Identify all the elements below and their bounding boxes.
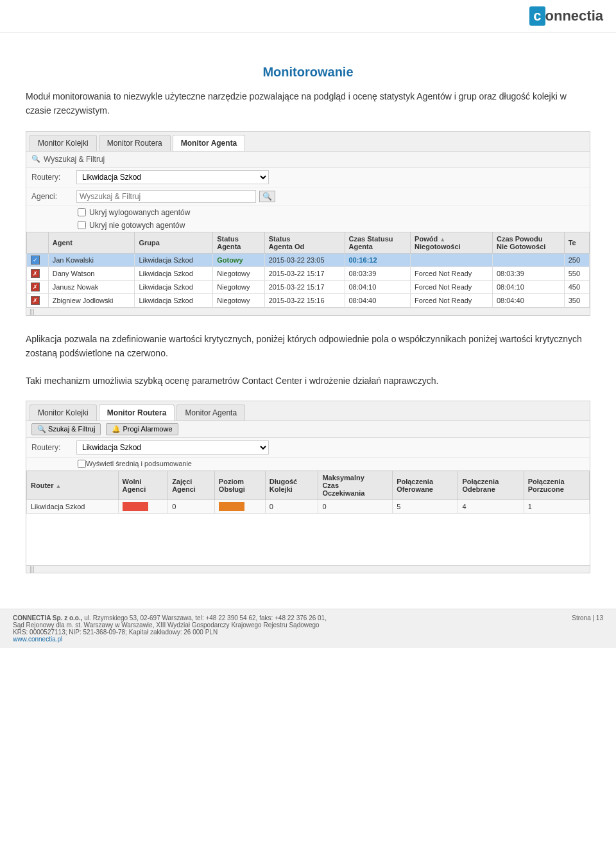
rth-dlugosc: DługośćKolejki (265, 471, 318, 500)
footer-website-link[interactable]: www.connectia.pl (13, 636, 62, 643)
hide-loggedout-checkbox[interactable] (78, 208, 86, 216)
te-cell: 450 (564, 280, 589, 293)
czas-statusu-cell: 00:16:12 (345, 253, 411, 266)
hide-notready-checkbox[interactable] (78, 221, 86, 229)
agent-name-cell: Dany Watson (48, 266, 135, 280)
footer-registration: KRS: 0000527113; NIP: 521-368-09-78; Kap… (13, 629, 572, 636)
status-od-cell: 2015-03-22 15:17 (264, 266, 345, 280)
szukaj-filtruj-button[interactable]: 🔍 Szukaj & Filtruj (31, 423, 101, 435)
powod-cell: Forced Not Ready (411, 280, 493, 293)
rth-porzucone: PołączeniaPorzucone (524, 471, 589, 500)
panel2-filter-bar: 🔍 Szukaj & Filtruj 🔔 Progi Alarmowe (26, 421, 590, 438)
th-powod: Powód ▲Niegotowości (411, 232, 493, 253)
powod-cell: Forced Not Ready (411, 293, 493, 307)
powod-cell: Forced Not Ready (411, 266, 493, 280)
oferowane-cell: 5 (393, 500, 458, 513)
router-name-cell: Likwidacja Szkod (27, 500, 119, 513)
wyswietl-label: Wyświetl średnią i podsumowanie (86, 460, 192, 467)
rth-wolni: WolniAgenci (118, 471, 168, 500)
czas-statusu-cell: 08:03:39 (345, 266, 411, 280)
szukaj-label: Szukaj & Filtruj (48, 425, 95, 433)
powod-cell (411, 253, 493, 266)
search-icon-2: 🔍 (37, 425, 46, 433)
poziom-cell (214, 500, 265, 513)
progi-alarmowe-button[interactable]: 🔔 Progi Alarmowe (106, 423, 178, 435)
wolni-cell (118, 500, 168, 513)
agenci-search-button[interactable]: 🔍 (259, 191, 275, 202)
agenci-input[interactable] (76, 190, 256, 203)
tab-monitor-kolejki-1[interactable]: Monitor Kolejki (30, 135, 97, 151)
rth-poziom: PoziomObsługi (214, 471, 265, 500)
poziom-orange-indicator (219, 502, 244, 511)
tab-monitor-agenta-1[interactable]: Monitor Agenta (173, 135, 246, 151)
bell-icon: 🔔 (112, 425, 121, 433)
rth-odebrane: PołączeniaOdebrane (458, 471, 524, 500)
tab-monitor-kolejki-2[interactable]: Monitor Kolejki (30, 404, 97, 421)
scrollbar-indicator: ||| (30, 308, 35, 315)
tab-monitor-agenta-2[interactable]: Monitor Agenta (176, 404, 245, 421)
tab-monitor-routera-2[interactable]: Monitor Routera (99, 404, 175, 421)
th-status-agenta-od: StatusAgenta Od (264, 232, 345, 253)
agent-name-cell: Zbigniew Jodlowski (48, 293, 135, 307)
agents-table: Agent Grupa StatusAgenta StatusAgenta Od… (26, 232, 590, 308)
router-table-scroll: Router ▲ WolniAgenci ZajęciAgenci Poziom… (26, 471, 590, 514)
footer-address: ul. Rzymskiego 53, 02-697 Warszawa, tel:… (84, 614, 327, 621)
dlugosc-cell: 0 (265, 500, 318, 513)
footer-left: CONNECTIA Sp. z o.o., ul. Rzymskiego 53,… (13, 614, 572, 643)
te-cell: 550 (564, 266, 589, 280)
hide-notready-label: Ukryj nie gotowych agentów (89, 221, 185, 230)
routery-select-2[interactable]: Likwidacja Szkod (76, 440, 269, 455)
wyswietl-checkbox[interactable] (78, 460, 86, 468)
footer-website: www.connectia.pl (13, 636, 572, 643)
scrollbar-hint-1: ||| (26, 308, 590, 315)
status-cell: Niegotowy (213, 266, 264, 280)
footer-court: Sąd Rejonowy dla m. st. Warszawy w Warsz… (13, 621, 572, 629)
search-label-1: Wyszukaj & Filtruj (44, 155, 105, 164)
page-footer: CONNECTIA Sp. z o.o., ul. Rzymskiego 53,… (0, 609, 616, 648)
th-status-agenta: StatusAgenta (213, 232, 264, 253)
wyswietl-row: Wyświetl średnią i podsumowanie (26, 458, 590, 471)
czas-powodu-cell: 08:03:39 (492, 266, 564, 280)
grupa-cell: Likwidacja Szkod (135, 293, 213, 307)
page-content: Monitorowanie Moduł monitorowania to nie… (0, 39, 616, 596)
middle-text-1: Aplikacja pozwala na zdefiniowanie warto… (26, 332, 590, 361)
grupa-cell: Likwidacja Szkod (135, 253, 213, 266)
table-row: ✗ Zbigniew Jodlowski Likwidacja Szkod Ni… (27, 293, 590, 307)
table-row: ✗ Janusz Nowak Likwidacja Szkod Niegotow… (27, 280, 590, 293)
hide-loggedout-label: Ukryj wylogowanych agentów (89, 208, 190, 217)
hide-loggedout-row: Ukryj wylogowanych agentów (26, 206, 590, 219)
routery-filter-2: Routery: Likwidacja Szkod (26, 438, 590, 458)
agent-status-check-icon: ✓ (31, 256, 40, 265)
table-row: ✓ Jan Kowalski Likwidacja Szkod Gotowy 2… (27, 253, 590, 266)
czas-powodu-cell: 08:04:40 (492, 293, 564, 307)
status-od-cell: 2015-03-22 23:05 (264, 253, 345, 266)
agent-name-cell: Jan Kowalski (48, 253, 135, 266)
routery-label-2: Routery: (31, 443, 76, 452)
th-czas-statusu: Czas StatusuAgenta (345, 232, 411, 253)
page-title: Monitorowanie (26, 65, 590, 80)
status-od-cell: 2015-03-22 15:16 (264, 293, 345, 307)
router-table: Router ▲ WolniAgenci ZajęciAgenci Poziom… (26, 471, 590, 514)
routery-select[interactable]: Likwidacja Szkod (76, 170, 269, 184)
search-bar-1: 🔍 Wyszukaj & Filtruj (26, 152, 590, 168)
hide-notready-row: Ukryj nie gotowych agentów (26, 219, 590, 232)
rth-max: MaksymalnyCzasOczekiwania (318, 471, 393, 500)
page-header: connectia (0, 0, 616, 33)
rth-zajeci: ZajęciAgenci (168, 471, 215, 500)
middle-text-2: Taki mechanizm umożliwia szybką ocenę pa… (26, 374, 590, 388)
th-icon (27, 232, 49, 253)
grupa-cell: Likwidacja Szkod (135, 280, 213, 293)
logo-text: onnectia (545, 8, 603, 24)
th-czas-powodu: Czas PowoduNie Gotowości (492, 232, 564, 253)
search-icon-1: 🔍 (31, 155, 40, 163)
panel1-tabs: Monitor Kolejki Monitor Routera Monitor … (26, 132, 590, 152)
zajeci-cell: 0 (168, 500, 215, 513)
table-row: Likwidacja Szkod 0 0 0 5 4 1 (27, 500, 590, 513)
status-cell: Gotowy (213, 253, 264, 266)
table-row: ✗ Dany Watson Likwidacja Szkod Niegotowy… (27, 266, 590, 280)
icon-cell: ✗ (27, 280, 49, 293)
status-cell: Niegotowy (213, 280, 264, 293)
tab-monitor-routera-1[interactable]: Monitor Routera (99, 135, 171, 151)
agent-status-x-icon: ✗ (31, 269, 40, 278)
logo-c-letter: c (529, 6, 545, 26)
